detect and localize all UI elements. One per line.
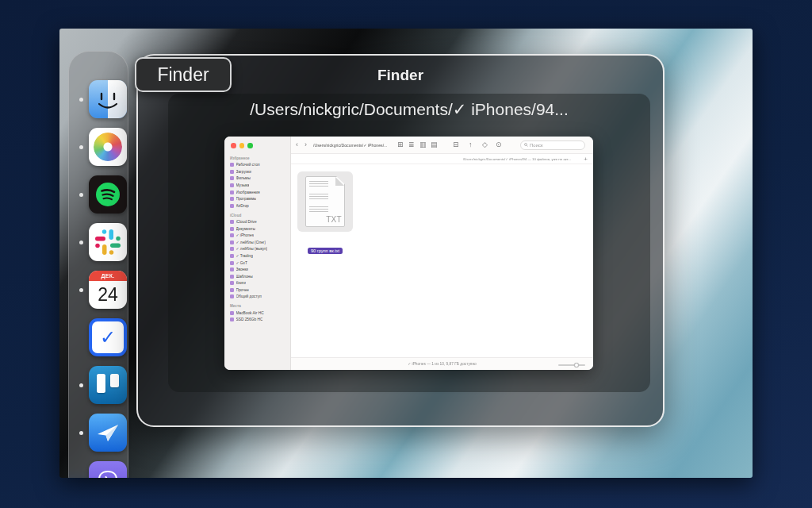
sidebar-item-label: ✓ GxT	[236, 261, 247, 265]
sidebar-item[interactable]: Музыка	[230, 182, 290, 189]
folder-icon	[230, 227, 234, 231]
spark-icon	[89, 414, 127, 452]
sidebar-item[interactable]: Документы	[230, 225, 290, 233]
finder-status-bar: ✓ iPhones — 1 из 10, 9,87 ГБ доступно	[291, 357, 593, 370]
group-by-icon: ⊟	[453, 140, 459, 149]
back-icon: ‹	[296, 140, 298, 149]
finder-path-row: /Users/nickgric/Documents/✓ iPhones/94 —…	[291, 154, 593, 164]
file-name-label: 90 групп вк.txt	[297, 241, 353, 256]
window-preview-card[interactable]: /Users/nickgric/Documents/✓ iPhones/94..…	[168, 94, 650, 392]
sidebar-item-label: Рабочий стол	[236, 163, 260, 167]
sidebar-item[interactable]: Прочее	[230, 287, 290, 294]
folder-icon	[230, 183, 234, 187]
sidebar-item-label: Музыка	[236, 183, 250, 187]
sidebar-item-label: Шаблоны	[236, 275, 253, 279]
slack-icon	[89, 223, 127, 261]
folder-icon	[230, 275, 234, 279]
tooltip-label: Finder	[157, 64, 209, 86]
sidebar-section-header: iCloud	[230, 214, 290, 217]
sidebar-item[interactable]: AirDrop	[230, 202, 290, 210]
sidebar-item[interactable]: Звонки	[230, 266, 290, 273]
dock-item-viber[interactable]	[89, 461, 127, 478]
sidebar-item-label: Прочее	[236, 288, 250, 292]
sidebar-item-label: Документы	[236, 227, 256, 231]
things-icon: ✓	[89, 318, 127, 356]
folder-icon	[230, 311, 234, 315]
sidebar-item[interactable]: ✓ лейблы (Олег)	[230, 239, 290, 246]
sidebar-item-label: ✓ Trading	[236, 254, 253, 258]
calendar-day: 24	[89, 281, 127, 309]
folder-icon	[230, 294, 234, 298]
sidebar-item[interactable]: Фильмы	[230, 175, 290, 183]
dock: ДЕК. 24 ✓	[68, 51, 128, 478]
desktop-screenshot: Finder /Users/nickgric/Documents/✓ iPhon…	[59, 29, 753, 478]
dock-item-slack[interactable]	[89, 223, 127, 261]
sidebar-item[interactable]: iCloud Drive	[230, 218, 290, 225]
folder-icon	[230, 241, 234, 244]
sidebar-item-label: AirDrop	[236, 204, 249, 208]
dock-item-calendar[interactable]: ДЕК. 24	[89, 271, 127, 309]
paper-plane	[94, 419, 121, 446]
search-placeholder: Поиск	[530, 143, 543, 148]
dock-item-things[interactable]: ✓	[89, 318, 127, 356]
finder-icon	[89, 80, 127, 118]
folder-icon	[230, 197, 234, 201]
zoom-icon	[247, 143, 253, 148]
sidebar-item-label: ✓ iPhones	[236, 233, 255, 237]
slider-knob	[574, 363, 579, 368]
running-indicator	[79, 383, 83, 387]
sidebar-item-label: Изображения	[236, 190, 260, 194]
sidebar-item[interactable]: MacBook Air НС	[230, 310, 290, 317]
folder-icon	[230, 247, 234, 251]
status-text: ✓ iPhones — 1 из 10, 9,87 ГБ доступно	[291, 362, 593, 366]
sidebar-item[interactable]: Изображения	[230, 189, 290, 196]
folder-icon	[230, 254, 234, 258]
sidebar-item[interactable]: ✓ Trading	[230, 252, 290, 260]
sidebar-item[interactable]: Программы	[230, 195, 290, 202]
selected-file-tile[interactable]: TXT 90 групп вк.txt	[297, 171, 353, 232]
sidebar-item[interactable]: ✓ лейблы (выкуп)	[230, 246, 290, 253]
finder-window-thumbnail[interactable]: ИзбранноеРабочий столЗагрузкиФильмыМузык…	[224, 137, 593, 370]
sidebar-item-label: Загрузки	[236, 170, 251, 174]
sidebar-section-header: Избранное	[230, 156, 290, 160]
running-indicator	[79, 98, 83, 102]
photos-icon	[89, 128, 127, 166]
dock-item-photos[interactable]	[89, 128, 127, 166]
sidebar-item[interactable]: Рабочий стол	[230, 162, 290, 169]
tag-icon: ◇	[482, 140, 488, 149]
sidebar-item-label: MacBook Air НС	[236, 311, 264, 315]
sidebar-item-label: ✓ лейблы (Олег)	[236, 241, 266, 244]
window-path-label: /Users/nickgric/Documents/✓ iPhones/94..…	[168, 100, 650, 119]
gallery-view-icon: ▤	[431, 140, 438, 149]
spotify-icon	[89, 175, 127, 214]
search-field: Поиск	[520, 140, 585, 150]
dock-item-finder[interactable]	[89, 80, 127, 118]
sidebar-item-label: iCloud Drive	[236, 220, 257, 224]
sidebar-item[interactable]: Книги	[230, 280, 290, 287]
file-type-badge: TXT	[326, 215, 342, 224]
sidebar-item-label: Звонки	[236, 267, 249, 271]
finder-sidebar: ИзбранноеРабочий столЗагрузкиФильмыМузык…	[224, 137, 291, 370]
sidebar-item-label: SSD 256Gb НС	[236, 318, 263, 321]
finder-content-area: TXT 90 групп вк.txt	[291, 164, 593, 357]
folder-icon	[230, 190, 234, 194]
list-view-icon: ≣	[408, 140, 415, 149]
trello-bar	[97, 374, 105, 393]
sidebar-item[interactable]: ✓ iPhones	[230, 232, 290, 239]
viber-icon	[89, 461, 127, 478]
sidebar-item[interactable]: SSD 256Gb НС	[230, 316, 290, 323]
more-actions-icon: ⊙	[496, 140, 502, 149]
sidebar-item[interactable]: Загрузки	[230, 168, 290, 175]
folder-icon	[230, 220, 234, 224]
dock-item-spotify[interactable]	[89, 175, 127, 214]
sidebar-item[interactable]: ✓ GxT	[230, 260, 290, 267]
dock-item-spark[interactable]	[89, 414, 127, 452]
sidebar-item[interactable]: Общий доступ	[230, 294, 290, 301]
dock-item-trello[interactable]	[89, 366, 127, 404]
sidebar-item[interactable]: Шаблоны	[230, 273, 290, 280]
column-view-icon: ▥	[419, 140, 427, 149]
trello-icon	[89, 366, 127, 404]
finder-toolbar: ‹ › /Users/nickgric/Documents/✓ iPhones/…	[291, 137, 593, 154]
photos-flower	[94, 133, 122, 161]
running-indicator	[79, 193, 83, 197]
